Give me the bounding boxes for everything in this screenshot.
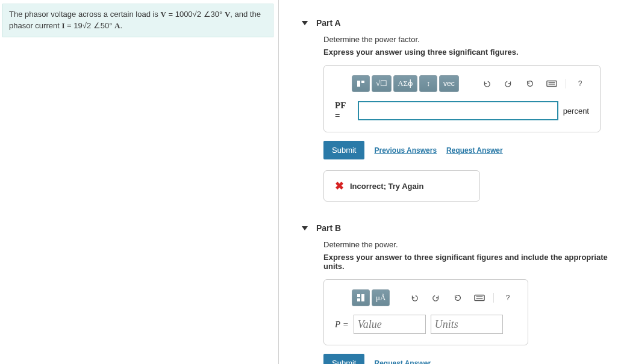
part-b-instruction: Express your answer to three significant… (323, 253, 610, 271)
reset-button[interactable] (449, 289, 467, 306)
part-b-title: Part B (316, 223, 341, 233)
part-a-input-card: √☐ ΑΣϕ ↕ vec ? (323, 65, 601, 132)
svg-rect-0 (357, 81, 360, 87)
part-a-instruction: Express your answer using three signific… (323, 48, 610, 57)
svg-rect-6 (361, 294, 364, 301)
part-a-answer-label: PF = (335, 100, 353, 121)
chevron-down-icon (302, 226, 308, 230)
svg-rect-2 (547, 81, 557, 87)
part-b-prompt: Determine the power. (323, 240, 610, 249)
part-b-input-card: μÅ ? P = (323, 279, 528, 345)
template-button[interactable] (352, 75, 370, 92)
keyboard-button[interactable] (543, 75, 561, 92)
part-a-title: Part A (316, 18, 341, 28)
greek-button[interactable]: ΑΣϕ (393, 75, 417, 92)
part-a-prompt: Determine the power factor. (323, 35, 610, 44)
vec-button[interactable]: vec (439, 75, 459, 92)
chevron-down-icon (302, 21, 308, 25)
value-input[interactable] (354, 315, 426, 334)
svg-rect-7 (357, 298, 360, 301)
keyboard-button[interactable] (470, 289, 488, 306)
feedback-message: Incorrect; Try Again (350, 182, 423, 191)
undo-button[interactable] (478, 75, 496, 92)
incorrect-icon: ✖ (335, 179, 344, 193)
submit-button[interactable]: Submit (323, 141, 364, 159)
units-palette-button[interactable]: μÅ (372, 289, 390, 306)
svg-rect-8 (475, 295, 484, 301)
svg-rect-5 (357, 294, 360, 297)
problem-statement: The phasor voltage across a certain load… (2, 4, 273, 37)
part-a-header[interactable]: Part A (302, 18, 610, 28)
pf-input[interactable] (358, 101, 558, 120)
part-b-header[interactable]: Part B (302, 223, 610, 233)
part-a-toolbar: √☐ ΑΣϕ ↕ vec ? (352, 75, 589, 92)
sqrt-button[interactable]: √☐ (372, 75, 392, 92)
previous-answers-link[interactable]: Previous Answers (374, 146, 437, 155)
reset-button[interactable] (521, 75, 539, 92)
part-b-toolbar: μÅ ? (352, 289, 517, 306)
request-answer-link[interactable]: Request Answer (374, 359, 431, 365)
redo-button[interactable] (427, 289, 445, 306)
help-button[interactable]: ? (499, 289, 517, 306)
request-answer-link[interactable]: Request Answer (446, 146, 503, 155)
template-button[interactable] (352, 289, 370, 306)
part-a-unit: percent (563, 106, 589, 116)
redo-button[interactable] (499, 75, 517, 92)
subsup-button[interactable]: ↕ (419, 75, 437, 92)
svg-rect-1 (361, 81, 364, 83)
part-b-answer-label: P = (335, 319, 349, 330)
submit-button[interactable]: Submit (323, 354, 364, 364)
feedback-card: ✖ Incorrect; Try Again (323, 170, 480, 202)
help-button[interactable]: ? (571, 75, 589, 92)
units-input[interactable] (431, 315, 503, 334)
undo-button[interactable] (405, 289, 423, 306)
